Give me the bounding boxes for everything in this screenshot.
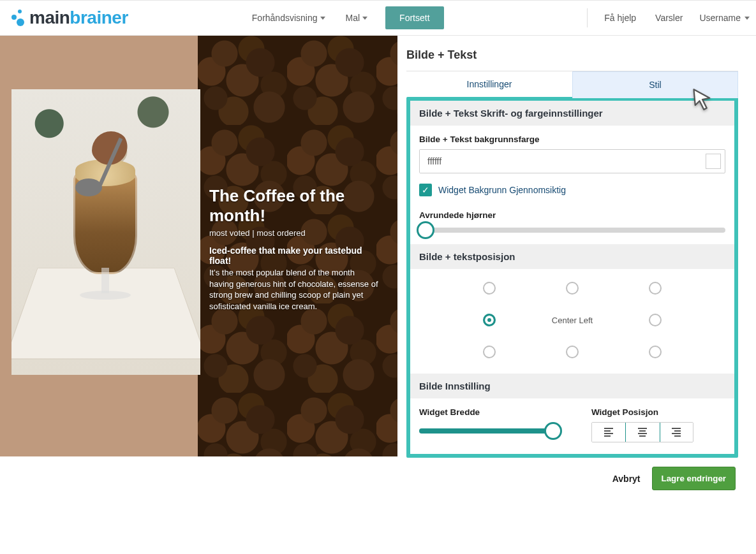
preview-body: It's the most popular blend of the month… bbox=[209, 267, 378, 312]
transparent-label: Widget Bakgrunn Gjennomsiktig bbox=[438, 185, 566, 195]
pos-center-right[interactable] bbox=[649, 314, 662, 326]
tab-style[interactable]: Stil bbox=[572, 71, 738, 98]
position-grid: Center Left bbox=[467, 282, 678, 358]
chevron-down-icon bbox=[745, 17, 750, 20]
align-center-button[interactable] bbox=[625, 422, 660, 442]
rounded-corners-label: Avrundede hjørner bbox=[419, 210, 725, 220]
pos-center-left[interactable] bbox=[483, 314, 496, 326]
divider bbox=[587, 8, 588, 27]
chevron-down-icon bbox=[320, 17, 325, 20]
username-label: Username bbox=[699, 13, 741, 23]
style-options-highlight: Bilde + Tekst Skrift- og fargeinnstillin… bbox=[406, 97, 738, 458]
section-font-color: Bilde + Tekst Skrift- og fargeinnstillin… bbox=[410, 101, 734, 126]
help-link[interactable]: Få hjelp bbox=[602, 9, 639, 27]
template-label: Mal bbox=[346, 13, 360, 23]
topbar: mainbrainer Forhåndsvisning Mal Fortsett… bbox=[0, 0, 756, 36]
preview-canvas: The Coffee of the month! most voted | mo… bbox=[0, 36, 397, 456]
transparent-checkbox[interactable]: ✓ bbox=[419, 184, 432, 196]
logo-dots-icon bbox=[9, 10, 26, 26]
section-position: Bilde + tekstposisjon bbox=[410, 244, 734, 269]
align-segmented bbox=[591, 422, 693, 442]
user-menu[interactable]: Username bbox=[699, 13, 750, 23]
side-panel: Bilde + Tekst Innstillinger Stil Bilde +… bbox=[397, 36, 756, 554]
bg-color-input[interactable] bbox=[420, 150, 706, 173]
pos-bottom-center[interactable] bbox=[566, 346, 579, 358]
pos-top-right[interactable] bbox=[649, 282, 662, 295]
preview-heading: The Coffee of the month! bbox=[209, 186, 378, 226]
panel-tabs: Innstillinger Stil bbox=[406, 71, 738, 99]
bg-color-label: Bilde + Tekst bakgrunnsfarge bbox=[419, 135, 725, 144]
align-right-icon bbox=[672, 428, 681, 437]
section-image: Bilde Innstilling bbox=[410, 374, 734, 398]
save-button[interactable]: Lagre endringer bbox=[652, 467, 736, 490]
preview-subheading: most voted | most ordered bbox=[209, 228, 378, 238]
logo: mainbrainer bbox=[9, 8, 128, 28]
coffee-photo bbox=[11, 89, 200, 375]
rounded-corners-slider[interactable] bbox=[419, 228, 725, 233]
panel-title: Bilde + Tekst bbox=[406, 48, 738, 62]
preview-text: The Coffee of the month! most voted | mo… bbox=[209, 186, 378, 312]
logo-text-brainer: brainer bbox=[70, 8, 128, 27]
pos-top-center[interactable] bbox=[566, 282, 579, 295]
chevron-down-icon bbox=[362, 17, 367, 20]
preview-label: Forhåndsvisning bbox=[252, 13, 318, 23]
preview-lead: Iced-coffee that make your tastebud floa… bbox=[209, 245, 378, 266]
template-dropdown[interactable]: Mal bbox=[343, 9, 371, 27]
pos-top-left[interactable] bbox=[483, 282, 496, 295]
cancel-button[interactable]: Avbryt bbox=[612, 474, 641, 484]
align-center-icon bbox=[638, 428, 647, 437]
pos-bottom-right[interactable] bbox=[649, 346, 662, 358]
bg-color-input-wrap bbox=[419, 149, 725, 173]
continue-button[interactable]: Fortsett bbox=[385, 6, 443, 29]
logo-text-main: main bbox=[29, 8, 70, 27]
preview-dropdown[interactable]: Forhåndsvisning bbox=[249, 9, 328, 27]
alerts-link[interactable]: Varsler bbox=[653, 9, 685, 27]
pos-selected-label: Center Left bbox=[552, 316, 593, 325]
tab-settings[interactable]: Innstillinger bbox=[406, 71, 572, 98]
width-label: Widget Bredde bbox=[419, 407, 553, 417]
bg-color-swatch[interactable] bbox=[706, 154, 721, 169]
align-left-icon bbox=[604, 428, 613, 437]
pos-bottom-left[interactable] bbox=[483, 346, 496, 358]
width-slider[interactable] bbox=[419, 428, 553, 434]
align-left-button[interactable] bbox=[592, 423, 626, 442]
widget-position-label: Widget Posisjon bbox=[591, 407, 725, 417]
align-right-button[interactable] bbox=[660, 423, 693, 442]
